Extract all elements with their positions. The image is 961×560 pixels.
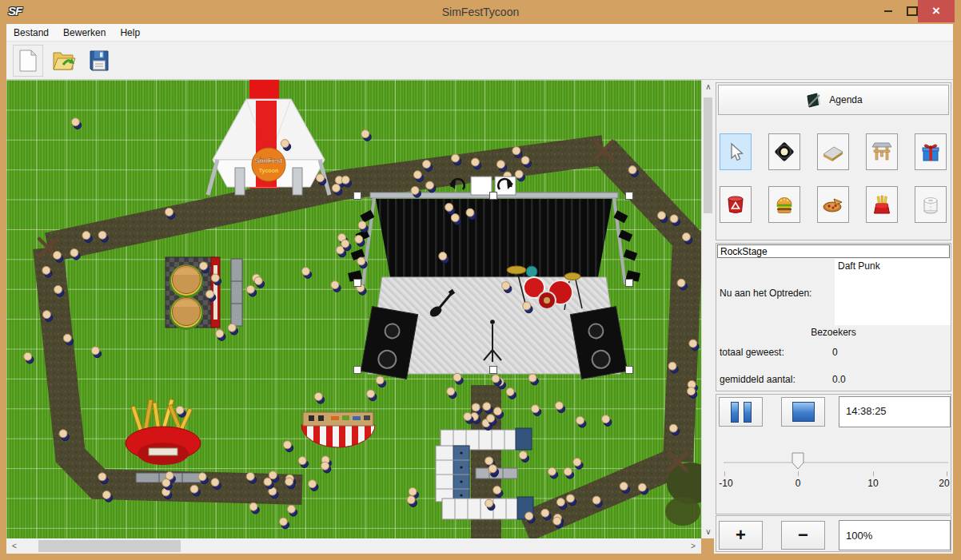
agenda-book-icon bbox=[804, 91, 822, 109]
visitors-header: Bezoekers bbox=[716, 327, 951, 338]
stop-button[interactable] bbox=[781, 397, 825, 427]
now-performing-value: Daft Punk bbox=[838, 260, 880, 272]
save-file-icon bbox=[88, 49, 110, 73]
vertical-scrollbar[interactable]: ∧ ∨ bbox=[701, 80, 714, 538]
minus-icon: − bbox=[798, 527, 808, 543]
horizontal-scrollbar[interactable]: < > bbox=[6, 538, 701, 554]
new-file-icon bbox=[18, 49, 38, 73]
playback-group: 14:38:25 -10 0 10 20 bbox=[716, 394, 951, 514]
gift-icon bbox=[919, 141, 942, 163]
tool-stage-light-button[interactable] bbox=[768, 133, 800, 170]
fries-icon bbox=[871, 193, 893, 216]
zoom-out-button[interactable]: − bbox=[781, 521, 825, 550]
entrance-tent[interactable]: SimFest Tycoon bbox=[208, 80, 329, 195]
plus-icon: + bbox=[736, 527, 746, 543]
tool-select-button[interactable] bbox=[720, 133, 752, 170]
speed-tick-minus10: -10 bbox=[719, 478, 732, 489]
menu-help[interactable]: Help bbox=[113, 27, 147, 38]
stop-icon bbox=[792, 402, 815, 422]
burger-icon bbox=[773, 193, 796, 216]
menu-bewerken[interactable]: Bewerken bbox=[56, 27, 113, 38]
speed-tick-20: 20 bbox=[939, 478, 949, 489]
minimize-icon bbox=[884, 10, 892, 12]
avg-visitors-label: gemiddeld aantal: bbox=[720, 374, 796, 385]
side-panel: Agenda bbox=[714, 80, 953, 554]
stage-name-input[interactable] bbox=[717, 244, 950, 258]
tool-burger-button[interactable] bbox=[768, 186, 800, 223]
tool-fries-button[interactable] bbox=[866, 186, 898, 223]
slider-thumb-icon bbox=[792, 452, 804, 470]
tool-trash-button[interactable] bbox=[720, 186, 752, 223]
now-performing-list[interactable]: Daft Punk bbox=[835, 259, 951, 325]
stage[interactable] bbox=[348, 193, 640, 379]
save-file-button[interactable] bbox=[85, 46, 114, 76]
agenda-label: Agenda bbox=[829, 94, 862, 105]
menu-bestand[interactable]: Bestand bbox=[6, 27, 56, 38]
rotate-cw-button[interactable] bbox=[495, 177, 516, 195]
window-title: SimFestTycoon bbox=[0, 6, 961, 18]
tool-gate-button[interactable] bbox=[866, 133, 898, 170]
titlebar[interactable]: SF SimFestTycoon × bbox=[0, 0, 961, 24]
close-button[interactable]: × bbox=[918, 0, 955, 22]
fries-stand[interactable] bbox=[126, 399, 201, 465]
minimize-button[interactable] bbox=[876, 0, 900, 22]
agenda-button[interactable]: Agenda bbox=[718, 85, 949, 115]
close-icon: × bbox=[932, 3, 940, 19]
tent-logo-text1: SimFest bbox=[254, 157, 282, 165]
pizza-icon bbox=[822, 193, 844, 216]
speed-slider-track[interactable] bbox=[724, 462, 948, 463]
burger-2 bbox=[169, 296, 203, 330]
total-visitors-value: 0 bbox=[832, 347, 838, 358]
tent-logo-text2: Tycoon bbox=[259, 168, 278, 174]
burger-1 bbox=[169, 264, 203, 298]
open-file-icon bbox=[52, 49, 76, 73]
tool-toilet-paper-button[interactable] bbox=[915, 186, 947, 223]
total-visitors-label: totaal geweest: bbox=[720, 347, 784, 358]
festival-map-canvas[interactable]: SimFest Tycoon bbox=[6, 80, 701, 538]
stage-info-group: Nu aan het Optreden: Daft Punk Bezoekers… bbox=[716, 243, 951, 391]
maximize-icon bbox=[907, 6, 918, 16]
app-window: SF SimFestTycoon × Bestand Bewerken Help bbox=[0, 0, 961, 560]
new-file-button[interactable] bbox=[13, 45, 43, 77]
path-tile-icon bbox=[822, 141, 844, 163]
toilet-paper-icon bbox=[919, 193, 942, 216]
speed-tick-10: 10 bbox=[867, 478, 878, 489]
zoom-level-display[interactable]: 100% bbox=[839, 520, 951, 550]
candy-stall[interactable] bbox=[301, 412, 375, 447]
pause-icon bbox=[731, 402, 739, 423]
zoom-level-value: 100% bbox=[846, 530, 872, 542]
tent-logo-badge bbox=[252, 148, 285, 181]
stage-curtain bbox=[376, 199, 612, 277]
time-display[interactable]: 14:38:25 bbox=[839, 396, 951, 427]
pause-button[interactable] bbox=[719, 397, 763, 427]
zoom-group: + − 100% bbox=[716, 515, 951, 552]
map-scene: SimFest Tycoon bbox=[6, 80, 701, 538]
scroll-right-icon[interactable]: > bbox=[687, 538, 700, 554]
time-value: 14:38:25 bbox=[846, 405, 887, 417]
menubar: Bestand Bewerken Help bbox=[6, 24, 953, 42]
speed-slider-thumb[interactable] bbox=[792, 452, 804, 473]
tool-gift-button[interactable] bbox=[915, 133, 947, 170]
gate-icon bbox=[871, 141, 893, 163]
avg-visitors-value: 0.0 bbox=[832, 374, 846, 385]
tool-path-button[interactable] bbox=[817, 133, 849, 170]
speed-tick-0: 0 bbox=[796, 478, 801, 489]
horizontal-scrollbar-thumb[interactable] bbox=[38, 540, 181, 552]
cursor-icon bbox=[724, 141, 747, 163]
toolbar bbox=[6, 42, 953, 80]
bench-vertical[interactable] bbox=[231, 259, 242, 326]
vertical-scrollbar-thumb[interactable] bbox=[704, 97, 712, 213]
scroll-down-icon[interactable]: ∨ bbox=[702, 525, 715, 538]
tool-pizza-button[interactable] bbox=[817, 186, 849, 223]
stage-light-icon bbox=[773, 141, 796, 163]
tools-group: Agenda bbox=[716, 82, 951, 240]
scroll-left-icon[interactable]: < bbox=[8, 538, 21, 554]
trash-can-icon bbox=[724, 193, 747, 216]
zoom-in-button[interactable]: + bbox=[719, 521, 763, 550]
now-performing-label: Nu aan het Optreden: bbox=[720, 288, 811, 299]
scroll-up-icon[interactable]: ∧ bbox=[702, 80, 715, 93]
open-file-button[interactable] bbox=[50, 46, 78, 76]
